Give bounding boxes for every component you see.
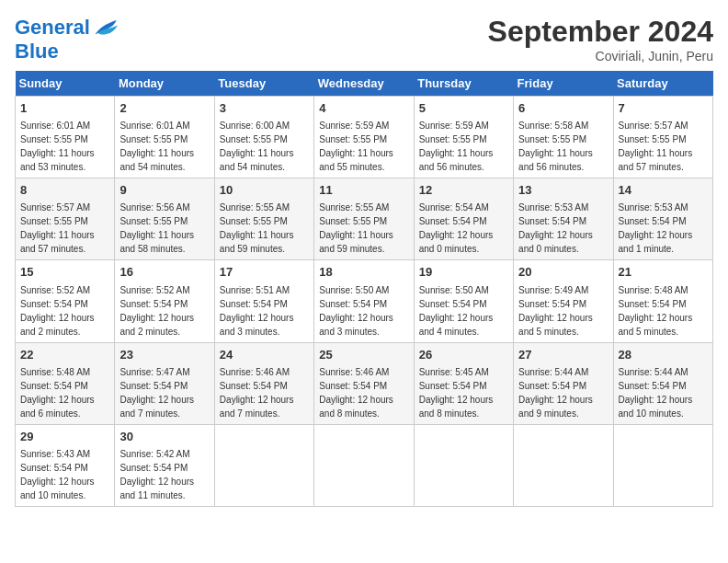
calendar-cell: 15Sunrise: 5:52 AMSunset: 5:54 PMDayligh… (16, 260, 115, 342)
calendar-week-2: 8Sunrise: 5:57 AMSunset: 5:55 PMDaylight… (16, 178, 713, 260)
day-number: 5 (419, 100, 508, 117)
weekday-header-friday: Friday (514, 71, 613, 97)
day-number: 24 (220, 347, 309, 363)
page-header: General Blue September 2024 Coviriali, J… (15, 15, 713, 63)
day-number: 14 (619, 182, 708, 199)
day-number: 4 (319, 100, 408, 117)
day-info: Sunrise: 5:53 AMSunset: 5:54 PMDaylight:… (619, 202, 693, 254)
weekday-header-thursday: Thursday (414, 71, 513, 97)
day-number: 13 (518, 182, 608, 199)
calendar-week-5: 29Sunrise: 5:43 AMSunset: 5:54 PMDayligh… (16, 424, 713, 506)
calendar-cell: 7Sunrise: 5:57 AMSunset: 5:55 PMDaylight… (613, 97, 712, 178)
calendar-cell: 18Sunrise: 5:50 AMSunset: 5:54 PMDayligh… (314, 260, 414, 342)
weekday-header-saturday: Saturday (613, 71, 712, 97)
day-number: 10 (220, 182, 309, 199)
day-number: 28 (619, 347, 708, 363)
calendar-cell: 27Sunrise: 5:44 AMSunset: 5:54 PMDayligh… (514, 342, 613, 424)
calendar-cell: 29Sunrise: 5:43 AMSunset: 5:54 PMDayligh… (16, 424, 115, 506)
day-number: 17 (220, 264, 309, 281)
day-info: Sunrise: 5:44 AMSunset: 5:54 PMDaylight:… (518, 367, 593, 419)
calendar-week-3: 15Sunrise: 5:52 AMSunset: 5:54 PMDayligh… (16, 260, 713, 342)
day-info: Sunrise: 5:47 AMSunset: 5:54 PMDaylight:… (119, 367, 194, 419)
location: Coviriali, Junin, Peru (488, 49, 713, 63)
day-number: 20 (518, 264, 608, 281)
calendar-cell: 30Sunrise: 5:42 AMSunset: 5:54 PMDayligh… (115, 424, 214, 506)
day-number: 21 (619, 264, 708, 281)
day-info: Sunrise: 5:58 AMSunset: 5:55 PMDaylight:… (518, 121, 593, 172)
calendar-cell: 23Sunrise: 5:47 AMSunset: 5:54 PMDayligh… (115, 342, 214, 424)
day-info: Sunrise: 5:53 AMSunset: 5:54 PMDaylight:… (518, 202, 593, 254)
calendar-cell (214, 424, 313, 506)
day-number: 22 (20, 347, 109, 363)
day-number: 15 (20, 264, 109, 281)
calendar-cell: 12Sunrise: 5:54 AMSunset: 5:54 PMDayligh… (414, 178, 513, 260)
day-number: 27 (518, 347, 608, 363)
day-info: Sunrise: 5:50 AMSunset: 5:54 PMDaylight:… (319, 285, 393, 337)
day-number: 1 (20, 100, 109, 117)
day-info: Sunrise: 5:44 AMSunset: 5:54 PMDaylight:… (619, 367, 693, 419)
day-number: 8 (20, 182, 109, 199)
day-info: Sunrise: 5:50 AMSunset: 5:54 PMDaylight:… (419, 285, 494, 337)
day-number: 11 (319, 182, 408, 199)
calendar-cell: 28Sunrise: 5:44 AMSunset: 5:54 PMDayligh… (613, 342, 712, 424)
day-number: 18 (319, 264, 408, 281)
calendar-cell: 16Sunrise: 5:52 AMSunset: 5:54 PMDayligh… (115, 260, 214, 342)
calendar-cell: 5Sunrise: 5:59 AMSunset: 5:55 PMDaylight… (414, 97, 513, 178)
day-info: Sunrise: 5:46 AMSunset: 5:54 PMDaylight:… (319, 367, 393, 419)
weekday-header-row: SundayMondayTuesdayWednesdayThursdayFrid… (16, 71, 713, 97)
calendar-cell: 11Sunrise: 5:55 AMSunset: 5:55 PMDayligh… (314, 178, 414, 260)
day-info: Sunrise: 5:57 AMSunset: 5:55 PMDaylight:… (20, 202, 95, 254)
day-info: Sunrise: 5:55 AMSunset: 5:55 PMDaylight:… (319, 202, 393, 254)
day-info: Sunrise: 5:54 AMSunset: 5:54 PMDaylight:… (419, 202, 494, 254)
calendar-cell (613, 424, 712, 506)
day-number: 6 (518, 100, 608, 117)
day-info: Sunrise: 5:55 AMSunset: 5:55 PMDaylight:… (220, 202, 294, 254)
calendar-cell (414, 424, 513, 506)
logo: General Blue (15, 15, 118, 63)
day-info: Sunrise: 5:43 AMSunset: 5:54 PMDaylight:… (20, 449, 95, 500)
title-block: September 2024 Coviriali, Junin, Peru (488, 15, 713, 63)
day-number: 19 (419, 264, 508, 281)
day-info: Sunrise: 5:51 AMSunset: 5:54 PMDaylight:… (220, 285, 294, 337)
calendar-cell: 20Sunrise: 5:49 AMSunset: 5:54 PMDayligh… (514, 260, 613, 342)
day-info: Sunrise: 5:57 AMSunset: 5:55 PMDaylight:… (619, 121, 693, 172)
day-number: 26 (419, 347, 508, 363)
day-number: 3 (220, 100, 309, 117)
calendar-cell: 1Sunrise: 6:01 AMSunset: 5:55 PMDaylight… (16, 97, 115, 178)
day-number: 30 (119, 429, 209, 445)
day-info: Sunrise: 5:48 AMSunset: 5:54 PMDaylight:… (619, 285, 693, 337)
calendar-cell: 9Sunrise: 5:56 AMSunset: 5:55 PMDaylight… (115, 178, 214, 260)
calendar-cell: 19Sunrise: 5:50 AMSunset: 5:54 PMDayligh… (414, 260, 513, 342)
calendar-cell: 8Sunrise: 5:57 AMSunset: 5:55 PMDaylight… (16, 178, 115, 260)
day-info: Sunrise: 6:01 AMSunset: 5:55 PMDaylight:… (119, 121, 194, 172)
logo-text: General (15, 17, 90, 39)
weekday-header-monday: Monday (115, 71, 214, 97)
day-info: Sunrise: 5:52 AMSunset: 5:54 PMDaylight:… (119, 285, 194, 337)
day-info: Sunrise: 5:45 AMSunset: 5:54 PMDaylight:… (419, 367, 494, 419)
day-number: 16 (119, 264, 209, 281)
calendar-cell: 22Sunrise: 5:48 AMSunset: 5:54 PMDayligh… (16, 342, 115, 424)
calendar-cell: 21Sunrise: 5:48 AMSunset: 5:54 PMDayligh… (613, 260, 712, 342)
day-info: Sunrise: 5:46 AMSunset: 5:54 PMDaylight:… (220, 367, 294, 419)
day-number: 25 (319, 347, 408, 363)
day-info: Sunrise: 6:00 AMSunset: 5:55 PMDaylight:… (220, 121, 294, 172)
calendar-cell: 25Sunrise: 5:46 AMSunset: 5:54 PMDayligh… (314, 342, 414, 424)
day-info: Sunrise: 5:52 AMSunset: 5:54 PMDaylight:… (20, 285, 95, 337)
calendar-table: SundayMondayTuesdayWednesdayThursdayFrid… (15, 71, 713, 507)
weekday-header-wednesday: Wednesday (314, 71, 414, 97)
calendar-week-4: 22Sunrise: 5:48 AMSunset: 5:54 PMDayligh… (16, 342, 713, 424)
calendar-cell: 13Sunrise: 5:53 AMSunset: 5:54 PMDayligh… (514, 178, 613, 260)
calendar-cell: 17Sunrise: 5:51 AMSunset: 5:54 PMDayligh… (214, 260, 313, 342)
weekday-header-tuesday: Tuesday (214, 71, 313, 97)
calendar-cell (514, 424, 613, 506)
calendar-cell: 26Sunrise: 5:45 AMSunset: 5:54 PMDayligh… (414, 342, 513, 424)
day-info: Sunrise: 5:49 AMSunset: 5:54 PMDaylight:… (518, 285, 593, 337)
day-number: 23 (119, 347, 209, 363)
weekday-header-sunday: Sunday (16, 71, 115, 97)
calendar-cell: 24Sunrise: 5:46 AMSunset: 5:54 PMDayligh… (214, 342, 313, 424)
logo-bird-icon (92, 15, 118, 40)
day-info: Sunrise: 5:42 AMSunset: 5:54 PMDaylight:… (119, 449, 194, 500)
calendar-cell: 6Sunrise: 5:58 AMSunset: 5:55 PMDaylight… (514, 97, 613, 178)
day-info: Sunrise: 5:59 AMSunset: 5:55 PMDaylight:… (319, 121, 393, 172)
day-number: 29 (20, 429, 109, 445)
